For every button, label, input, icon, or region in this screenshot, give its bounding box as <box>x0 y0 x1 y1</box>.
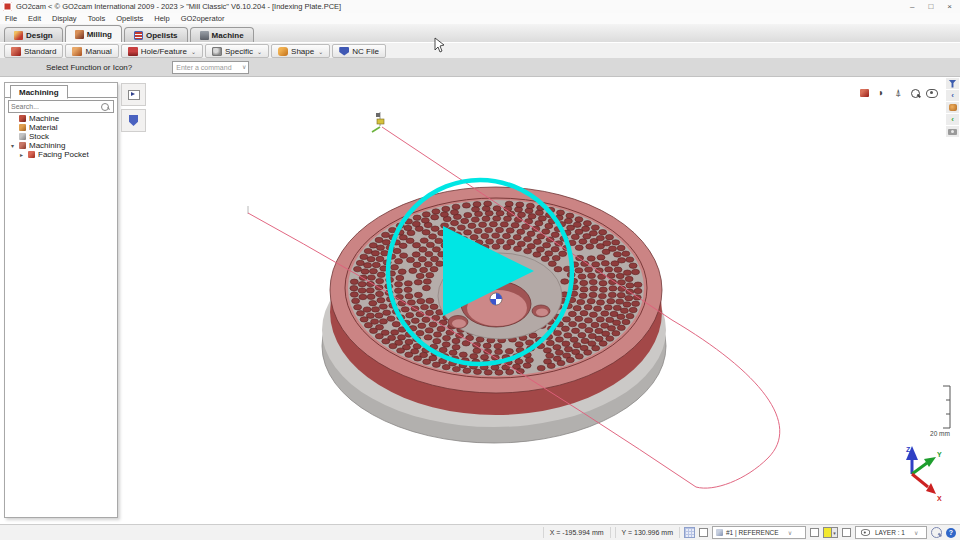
axis-x-label: X <box>937 495 942 502</box>
swatch-arrow-icon: ▾ <box>831 528 837 537</box>
scale-label: 20 mm <box>930 430 950 437</box>
color-checkbox[interactable] <box>810 528 819 537</box>
x-coordinate: X = -195.994 mm <box>543 527 611 538</box>
protection-button[interactable] <box>121 109 146 132</box>
stock-node-icon <box>19 133 26 140</box>
mouse-cursor-icon <box>435 38 444 52</box>
layer-dropdown[interactable]: LAYER : 1 ∨ <box>855 526 927 539</box>
collapse-left-green-button[interactable]: ‹ <box>946 114 959 125</box>
collapse-arrow-icon[interactable]: ▾ <box>9 142 16 149</box>
part-indexing-plate[interactable] <box>322 187 666 443</box>
go2cam-window: 20 mm Z Y X GO2cam < © GO2cam Internatio… <box>0 0 960 540</box>
color-swatch-dropdown[interactable]: ▾ <box>823 527 838 538</box>
tree-item-machine[interactable]: Machine <box>5 114 117 123</box>
filter-icon <box>949 80 957 88</box>
grid-toggle-icon[interactable] <box>684 527 695 538</box>
facing-pocket-node-icon <box>28 151 35 158</box>
plane-icon <box>716 529 723 536</box>
tree-item-stock[interactable]: Stock <box>5 132 117 141</box>
current-color-swatch <box>824 528 831 537</box>
collapse-left-blue-button[interactable]: ‹ <box>946 90 959 101</box>
material-blob-icon <box>949 104 957 111</box>
viewport-side-toolbar: ‹ ‹ <box>946 78 959 137</box>
machining-node-icon <box>19 142 26 149</box>
operation-list-icon <box>128 90 140 100</box>
shield-icon <box>129 115 138 126</box>
material-node-icon <box>19 124 26 131</box>
tree-item-facing-pocket[interactable]: ▸ Facing Pocket <box>5 150 117 159</box>
machine-node-icon <box>19 115 26 122</box>
search-input[interactable] <box>9 103 101 110</box>
y-coordinate: Y = 130.996 mm <box>615 527 680 538</box>
viewport-3d[interactable]: 20 mm Z Y X <box>0 0 960 540</box>
axis-z-label: Z <box>906 446 911 453</box>
machining-tree: Machine Material Stock ▾ Machining ▸ Fac… <box>5 114 117 159</box>
scale-indicator: 20 mm <box>930 386 950 437</box>
tree-search[interactable] <box>8 100 114 113</box>
material-view-button[interactable] <box>946 102 959 113</box>
expand-arrow-icon[interactable]: ▸ <box>18 151 25 158</box>
origin-marker-icon <box>490 293 502 305</box>
toolpath-start-marker <box>372 112 384 132</box>
machining-panel: Machining Machine Material Stock ▾ M <box>4 82 118 518</box>
axis-y-label: Y <box>937 451 942 458</box>
filter-button[interactable] <box>946 78 959 89</box>
zoom-layer-icon[interactable] <box>931 527 942 538</box>
axis-triad: Z Y X <box>906 446 942 502</box>
reference-checkbox[interactable] <box>699 528 708 537</box>
help-button[interactable]: ? <box>946 528 956 538</box>
search-icon <box>101 103 109 111</box>
reference-plane-dropdown[interactable]: #1 | REFERENCE ∨ <box>712 526 806 539</box>
status-bar: X = -195.994 mm Y = 130.996 mm #1 | REFE… <box>0 524 960 540</box>
tree-item-material[interactable]: Material <box>5 123 117 132</box>
layer-checkbox[interactable] <box>842 528 851 537</box>
machining-panel-tab[interactable]: Machining <box>10 85 68 99</box>
layer-eye-icon <box>861 529 870 535</box>
panel-side-buttons <box>121 83 146 132</box>
tree-item-machining[interactable]: ▾ Machining <box>5 141 117 150</box>
camera-icon <box>948 129 957 135</box>
operation-list-button[interactable] <box>121 83 146 106</box>
snapshot-button[interactable] <box>946 126 959 137</box>
